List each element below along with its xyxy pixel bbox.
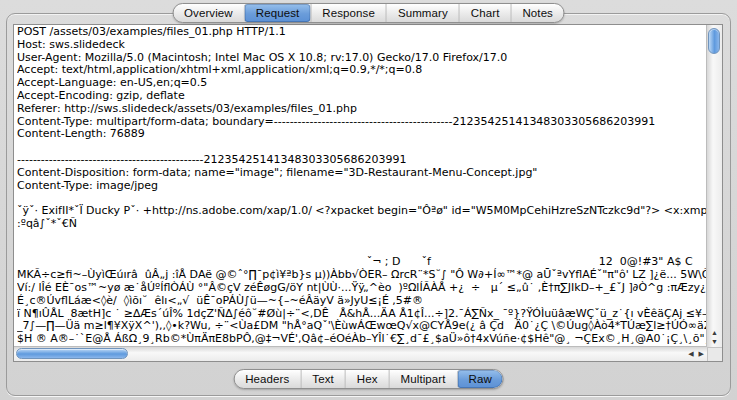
vertical-scrollbar-thumb[interactable] xyxy=(708,28,720,54)
tab-notes[interactable]: Notes xyxy=(510,4,564,22)
request-line: :ºqâ∫ˇ*ˇ€Ñ xyxy=(17,218,706,231)
tab-raw[interactable]: Raw xyxy=(457,370,503,388)
request-line: $H ® A®–˙`E@Å ÁßΩ¸9¸Rb©*ÙπÄπE8bPÔ,@‡¬VÉ'… xyxy=(17,333,706,346)
request-line: É¸c®ÚvflLáæ<◊è/ ◊ìõı˘ êlı<„√ üÊ¯oPÁÙ∫ü—~… xyxy=(17,295,706,308)
scroll-left-icon[interactable]: ◀ xyxy=(688,350,693,358)
request-line: Content-Length: 76889 xyxy=(17,128,706,141)
tab-chart[interactable]: Chart xyxy=(459,4,511,22)
request-line: Accept-Encoding: gzip, deflate xyxy=(17,90,706,103)
tab-headers[interactable]: Headers xyxy=(234,370,300,388)
horizontal-scrollbar-thumb[interactable] xyxy=(16,348,128,359)
tab-summary[interactable]: Summary xyxy=(386,4,459,22)
scrollbar-corner xyxy=(707,347,722,361)
scroll-up-icon[interactable]: ▲ xyxy=(707,328,722,337)
request-line: ˇÿˇ· ExifII*ˇÏ Ducky Pˇ· +http://ns.adob… xyxy=(17,205,706,218)
scroll-down-icon[interactable]: ▼ xyxy=(707,337,722,346)
tab-response[interactable]: Response xyxy=(310,4,386,22)
tab-overview[interactable]: Overview xyxy=(173,4,244,22)
raw-request-viewer[interactable]: POST /assets/03/examples/files_01.php HT… xyxy=(13,24,723,362)
request-line: Content-Disposition: form-data; name="im… xyxy=(17,167,706,180)
tab-multipart[interactable]: Multipart xyxy=(389,370,457,388)
tab-request[interactable]: Request xyxy=(244,4,311,22)
scroll-right-icon[interactable]: ▶ xyxy=(699,350,704,358)
tab-hex[interactable]: Hex xyxy=(345,370,389,388)
request-line: ----------------------------------------… xyxy=(17,154,706,167)
request-line xyxy=(17,231,706,244)
view-tabs: Overview Request Response Summary Chart … xyxy=(172,3,565,23)
tab-text[interactable]: Text xyxy=(300,370,345,388)
horizontal-scrollbar[interactable]: ◀ ▶ xyxy=(14,346,707,361)
request-line: Content-Type: image/jpeg xyxy=(17,180,706,193)
raw-request-text[interactable]: POST /assets/03/examples/files_01.php HT… xyxy=(17,26,706,346)
request-line: Referer: http://sws.slidedeck/assets/03/… xyxy=(17,103,706,116)
vertical-scrollbar[interactable]: ▲ ▼ xyxy=(706,25,722,347)
body-format-tabs: Headers Text Hex Multipart Raw xyxy=(233,369,504,389)
request-line: Host: sws.slidedeck xyxy=(17,39,706,52)
request-line: POST /assets/03/examples/files_01.php HT… xyxy=(17,26,706,39)
request-line: Ví:/ lÎé EÈ¯os™~yø æ˙åÚºÍflÒÁÙ °"Â©çV zé… xyxy=(17,282,706,295)
